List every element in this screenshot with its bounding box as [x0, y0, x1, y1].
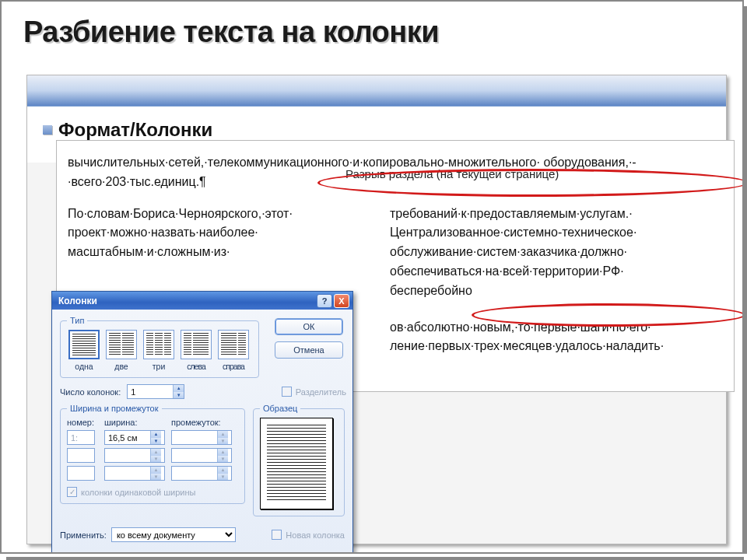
spinner-up-icon[interactable]: ▲: [151, 431, 161, 438]
preset-one-label: одна: [67, 362, 101, 371]
row1-width[interactable]: ▲▼: [104, 430, 165, 445]
equal-width-label: колонки одинаковой ширины: [81, 488, 196, 497]
group-width: Ширина и промежуток номер: ширина: проме…: [60, 404, 245, 504]
apply-label: Применить:: [60, 530, 107, 540]
separator-label: Разделитель: [296, 387, 346, 397]
doc-column-right: требований·к·предоставляемым·услугам.· Ц…: [390, 205, 709, 357]
group-sample-label: Образец: [260, 404, 300, 413]
new-column-checkbox: Новая колонка: [272, 530, 345, 540]
checkbox-icon: [282, 387, 292, 397]
num-columns-label: Число колонок:: [60, 387, 121, 397]
row1-num: [67, 430, 95, 445]
row3-num: [67, 466, 95, 481]
preset-one[interactable]: одна: [67, 330, 101, 371]
preset-right-label: справа: [216, 362, 251, 371]
dialog-actions: ОК Отмена: [275, 318, 343, 359]
col-hdr-gap: промежуток:: [171, 418, 232, 427]
preset-three[interactable]: три: [142, 330, 176, 371]
spinner-down-icon[interactable]: ▼: [174, 392, 184, 399]
group-sample: Образец: [253, 404, 345, 516]
apply-row: Применить: ко всему документу Новая коло…: [60, 527, 345, 542]
checkbox-icon: ✓: [67, 487, 77, 497]
dialog-titlebar[interactable]: Колонки ? X: [52, 292, 352, 310]
row3-width: ▲▼: [104, 466, 165, 481]
section-break-label: Разрыв раздела (на текущей странице): [342, 167, 562, 180]
width-grid: номер: ширина: промежуток: ▲▼ ▲▼ ▲▼ ▲▼ ▲…: [67, 418, 238, 481]
preset-two[interactable]: две: [104, 330, 139, 371]
equal-width-checkbox: ✓ колонки одинаковой ширины: [67, 487, 238, 497]
num-columns-input[interactable]: [128, 385, 173, 398]
preset-left-label: слева: [179, 362, 213, 371]
doc-column-right-bottom: ов·абсолютно·новым,·то·первые·шаги·по·ег…: [390, 318, 709, 357]
group-width-label: Ширина и промежуток: [67, 404, 162, 413]
num-columns-spinner[interactable]: ▲▼: [127, 384, 184, 399]
row2-num: [67, 448, 95, 463]
cancel-button[interactable]: Отмена: [275, 341, 343, 359]
row2-width: ▲▼: [104, 448, 165, 463]
new-column-label: Новая колонка: [286, 530, 345, 540]
spinner-down-icon[interactable]: ▼: [151, 438, 161, 445]
dialog-title: Колонки: [58, 296, 97, 306]
preset-right[interactable]: справа: [216, 330, 251, 371]
bullet-line: Формат/Колонки: [43, 119, 709, 141]
close-button[interactable]: X: [334, 294, 349, 308]
presets-row: одна две три слева: [67, 330, 252, 371]
help-button[interactable]: ?: [317, 294, 332, 308]
word-titlebar: [27, 75, 726, 107]
columns-dialog: Колонки ? X ОК Отмена Тип одна: [51, 291, 353, 554]
col-hdr-width: ширина:: [104, 418, 165, 427]
separator-checkbox: Разделитель: [282, 387, 346, 397]
slide-title: Разбиение текста на колонки: [23, 16, 742, 49]
ok-button[interactable]: ОК: [275, 318, 343, 335]
preset-two-label: две: [104, 362, 139, 371]
slide-shadow: [744, 6, 747, 554]
row1-gap: ▲▼: [171, 430, 232, 445]
slide-shadow: [6, 557, 744, 560]
doc-column-right-top: требований·к·предоставляемым·услугам.· Ц…: [390, 207, 637, 297]
sample-preview: [260, 418, 333, 509]
preset-three-label: три: [142, 362, 176, 371]
slide: Разбиение текста на колонки Формат/Колон…: [0, 0, 744, 554]
spinner-up-icon[interactable]: ▲: [174, 385, 184, 392]
apply-combo[interactable]: ко всему документу: [111, 527, 236, 542]
group-type: Тип одна две три: [60, 316, 259, 378]
group-type-label: Тип: [67, 316, 87, 325]
col-hdr-num: номер:: [67, 418, 98, 427]
checkbox-icon: [272, 530, 282, 540]
bullet-text: Формат/Колонки: [58, 119, 212, 141]
section-break-marker: Разрыв раздела (на текущей странице): [307, 163, 744, 184]
section-break-inline-icon: [475, 291, 701, 292]
row3-gap: ▲▼: [171, 466, 232, 481]
dotted-line-icon: [307, 173, 342, 174]
row2-gap: ▲▼: [171, 448, 232, 463]
dotted-line-icon: [562, 173, 744, 174]
preset-left[interactable]: слева: [179, 330, 213, 371]
bullet-icon: [43, 125, 52, 135]
num-columns-row: Число колонок: ▲▼ Разделитель: [60, 384, 346, 399]
